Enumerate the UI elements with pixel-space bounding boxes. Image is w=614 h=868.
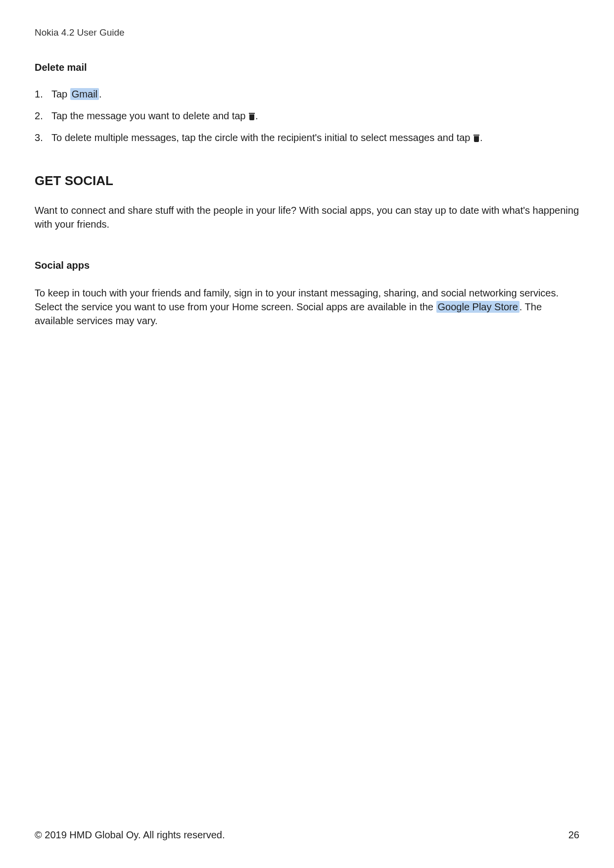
document-header: Nokia 4.2 User Guide [35,27,579,38]
delete-mail-heading: Delete mail [35,62,579,73]
social-apps-paragraph: To keep in touch with your friends and f… [35,286,579,328]
gmail-app-ref: Gmail [70,88,99,100]
copyright-text: © 2019 HMD Global Oy. All rights reserve… [35,829,225,841]
step-3: To delete multiple messages, tap the cir… [35,131,579,145]
delete-mail-steps: Tap Gmail. Tap the message you want to d… [35,87,579,145]
step-2: Tap the message you want to delete and t… [35,109,579,123]
get-social-heading: GET SOCIAL [35,173,579,189]
social-apps-heading: Social apps [35,260,579,271]
page-container: Nokia 4.2 User Guide Delete mail Tap Gma… [0,0,614,868]
page-footer: © 2019 HMD Global Oy. All rights reserve… [35,829,579,841]
step-1-post: . [99,89,102,99]
step-3-post: . [480,132,483,143]
trash-icon [473,135,479,142]
step-3-pre: To delete multiple messages, tap the cir… [51,132,473,143]
step-2-post: . [255,110,258,121]
step-1-pre: Tap [51,89,70,99]
play-store-app-ref: Google Play Store [436,301,520,313]
step-1: Tap Gmail. [35,87,579,101]
trash-icon [249,113,255,120]
step-2-pre: Tap the message you want to delete and t… [51,110,248,121]
page-number: 26 [568,829,579,841]
get-social-intro: Want to connect and share stuff with the… [35,203,579,231]
